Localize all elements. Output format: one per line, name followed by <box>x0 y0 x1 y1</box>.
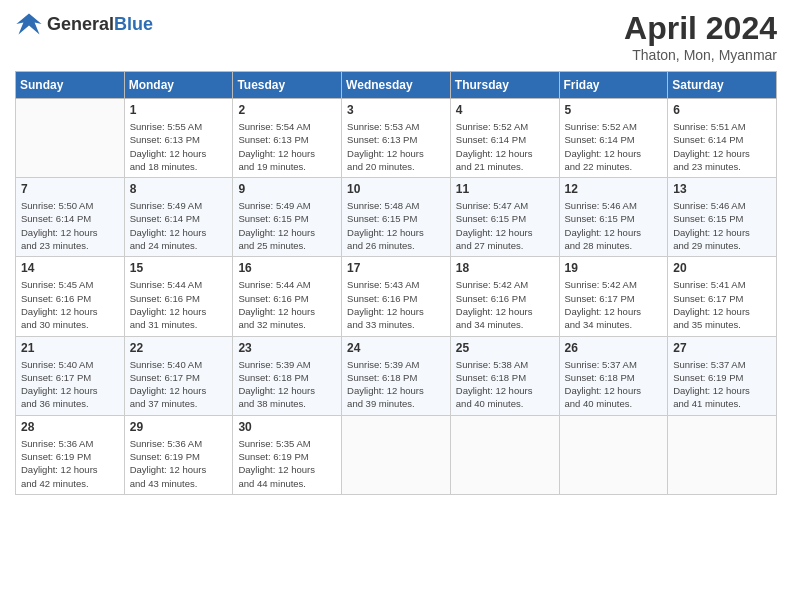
day-info: Sunrise: 5:42 AM Sunset: 6:16 PM Dayligh… <box>456 278 554 331</box>
week-row-4: 21Sunrise: 5:40 AM Sunset: 6:17 PM Dayli… <box>16 336 777 415</box>
calendar-cell <box>668 415 777 494</box>
calendar-cell: 18Sunrise: 5:42 AM Sunset: 6:16 PM Dayli… <box>450 257 559 336</box>
calendar-cell: 7Sunrise: 5:50 AM Sunset: 6:14 PM Daylig… <box>16 178 125 257</box>
day-info: Sunrise: 5:53 AM Sunset: 6:13 PM Dayligh… <box>347 120 445 173</box>
calendar-cell: 19Sunrise: 5:42 AM Sunset: 6:17 PM Dayli… <box>559 257 668 336</box>
day-number: 11 <box>456 182 554 196</box>
location-title: Thaton, Mon, Myanmar <box>624 47 777 63</box>
day-info: Sunrise: 5:52 AM Sunset: 6:14 PM Dayligh… <box>565 120 663 173</box>
calendar-cell: 24Sunrise: 5:39 AM Sunset: 6:18 PM Dayli… <box>342 336 451 415</box>
day-info: Sunrise: 5:55 AM Sunset: 6:13 PM Dayligh… <box>130 120 228 173</box>
day-header-tuesday: Tuesday <box>233 72 342 99</box>
day-info: Sunrise: 5:42 AM Sunset: 6:17 PM Dayligh… <box>565 278 663 331</box>
day-number: 25 <box>456 341 554 355</box>
calendar-cell: 20Sunrise: 5:41 AM Sunset: 6:17 PM Dayli… <box>668 257 777 336</box>
day-info: Sunrise: 5:50 AM Sunset: 6:14 PM Dayligh… <box>21 199 119 252</box>
day-number: 18 <box>456 261 554 275</box>
day-info: Sunrise: 5:46 AM Sunset: 6:15 PM Dayligh… <box>673 199 771 252</box>
day-info: Sunrise: 5:36 AM Sunset: 6:19 PM Dayligh… <box>21 437 119 490</box>
calendar-cell: 16Sunrise: 5:44 AM Sunset: 6:16 PM Dayli… <box>233 257 342 336</box>
calendar-cell: 1Sunrise: 5:55 AM Sunset: 6:13 PM Daylig… <box>124 99 233 178</box>
logo-blue: Blue <box>114 14 153 34</box>
calendar-cell <box>559 415 668 494</box>
day-info: Sunrise: 5:43 AM Sunset: 6:16 PM Dayligh… <box>347 278 445 331</box>
day-number: 24 <box>347 341 445 355</box>
calendar-table: SundayMondayTuesdayWednesdayThursdayFrid… <box>15 71 777 495</box>
day-info: Sunrise: 5:46 AM Sunset: 6:15 PM Dayligh… <box>565 199 663 252</box>
day-info: Sunrise: 5:52 AM Sunset: 6:14 PM Dayligh… <box>456 120 554 173</box>
day-info: Sunrise: 5:48 AM Sunset: 6:15 PM Dayligh… <box>347 199 445 252</box>
calendar-cell: 30Sunrise: 5:35 AM Sunset: 6:19 PM Dayli… <box>233 415 342 494</box>
day-number: 23 <box>238 341 336 355</box>
day-info: Sunrise: 5:44 AM Sunset: 6:16 PM Dayligh… <box>130 278 228 331</box>
day-info: Sunrise: 5:49 AM Sunset: 6:14 PM Dayligh… <box>130 199 228 252</box>
day-number: 7 <box>21 182 119 196</box>
day-number: 19 <box>565 261 663 275</box>
day-number: 28 <box>21 420 119 434</box>
day-info: Sunrise: 5:54 AM Sunset: 6:13 PM Dayligh… <box>238 120 336 173</box>
logo-general: General <box>47 14 114 34</box>
calendar-cell: 23Sunrise: 5:39 AM Sunset: 6:18 PM Dayli… <box>233 336 342 415</box>
week-row-2: 7Sunrise: 5:50 AM Sunset: 6:14 PM Daylig… <box>16 178 777 257</box>
day-header-wednesday: Wednesday <box>342 72 451 99</box>
calendar-cell: 17Sunrise: 5:43 AM Sunset: 6:16 PM Dayli… <box>342 257 451 336</box>
day-info: Sunrise: 5:45 AM Sunset: 6:16 PM Dayligh… <box>21 278 119 331</box>
day-number: 22 <box>130 341 228 355</box>
day-number: 8 <box>130 182 228 196</box>
day-info: Sunrise: 5:44 AM Sunset: 6:16 PM Dayligh… <box>238 278 336 331</box>
day-info: Sunrise: 5:39 AM Sunset: 6:18 PM Dayligh… <box>347 358 445 411</box>
day-number: 3 <box>347 103 445 117</box>
calendar-cell: 10Sunrise: 5:48 AM Sunset: 6:15 PM Dayli… <box>342 178 451 257</box>
day-number: 20 <box>673 261 771 275</box>
day-number: 12 <box>565 182 663 196</box>
calendar-cell: 14Sunrise: 5:45 AM Sunset: 6:16 PM Dayli… <box>16 257 125 336</box>
calendar-cell: 22Sunrise: 5:40 AM Sunset: 6:17 PM Dayli… <box>124 336 233 415</box>
day-info: Sunrise: 5:38 AM Sunset: 6:18 PM Dayligh… <box>456 358 554 411</box>
day-header-sunday: Sunday <box>16 72 125 99</box>
day-info: Sunrise: 5:39 AM Sunset: 6:18 PM Dayligh… <box>238 358 336 411</box>
week-row-3: 14Sunrise: 5:45 AM Sunset: 6:16 PM Dayli… <box>16 257 777 336</box>
day-info: Sunrise: 5:37 AM Sunset: 6:19 PM Dayligh… <box>673 358 771 411</box>
day-info: Sunrise: 5:37 AM Sunset: 6:18 PM Dayligh… <box>565 358 663 411</box>
calendar-cell <box>342 415 451 494</box>
calendar-cell: 8Sunrise: 5:49 AM Sunset: 6:14 PM Daylig… <box>124 178 233 257</box>
day-number: 15 <box>130 261 228 275</box>
day-number: 9 <box>238 182 336 196</box>
week-row-1: 1Sunrise: 5:55 AM Sunset: 6:13 PM Daylig… <box>16 99 777 178</box>
calendar-cell: 13Sunrise: 5:46 AM Sunset: 6:15 PM Dayli… <box>668 178 777 257</box>
day-number: 30 <box>238 420 336 434</box>
day-number: 26 <box>565 341 663 355</box>
day-number: 29 <box>130 420 228 434</box>
day-number: 10 <box>347 182 445 196</box>
logo: GeneralBlue <box>15 10 153 38</box>
month-title: April 2024 <box>624 10 777 47</box>
day-info: Sunrise: 5:47 AM Sunset: 6:15 PM Dayligh… <box>456 199 554 252</box>
day-info: Sunrise: 5:49 AM Sunset: 6:15 PM Dayligh… <box>238 199 336 252</box>
svg-marker-0 <box>16 14 41 35</box>
week-row-5: 28Sunrise: 5:36 AM Sunset: 6:19 PM Dayli… <box>16 415 777 494</box>
calendar-cell: 15Sunrise: 5:44 AM Sunset: 6:16 PM Dayli… <box>124 257 233 336</box>
calendar-cell <box>450 415 559 494</box>
day-number: 21 <box>21 341 119 355</box>
calendar-cell: 3Sunrise: 5:53 AM Sunset: 6:13 PM Daylig… <box>342 99 451 178</box>
calendar-cell: 6Sunrise: 5:51 AM Sunset: 6:14 PM Daylig… <box>668 99 777 178</box>
day-info: Sunrise: 5:51 AM Sunset: 6:14 PM Dayligh… <box>673 120 771 173</box>
calendar-cell: 28Sunrise: 5:36 AM Sunset: 6:19 PM Dayli… <box>16 415 125 494</box>
day-info: Sunrise: 5:40 AM Sunset: 6:17 PM Dayligh… <box>130 358 228 411</box>
calendar-cell: 27Sunrise: 5:37 AM Sunset: 6:19 PM Dayli… <box>668 336 777 415</box>
calendar-cell: 29Sunrise: 5:36 AM Sunset: 6:19 PM Dayli… <box>124 415 233 494</box>
calendar-cell: 26Sunrise: 5:37 AM Sunset: 6:18 PM Dayli… <box>559 336 668 415</box>
day-number: 16 <box>238 261 336 275</box>
day-info: Sunrise: 5:35 AM Sunset: 6:19 PM Dayligh… <box>238 437 336 490</box>
calendar-cell: 9Sunrise: 5:49 AM Sunset: 6:15 PM Daylig… <box>233 178 342 257</box>
day-header-saturday: Saturday <box>668 72 777 99</box>
day-info: Sunrise: 5:36 AM Sunset: 6:19 PM Dayligh… <box>130 437 228 490</box>
calendar-cell: 5Sunrise: 5:52 AM Sunset: 6:14 PM Daylig… <box>559 99 668 178</box>
header: GeneralBlue April 2024 Thaton, Mon, Myan… <box>15 10 777 63</box>
day-number: 14 <box>21 261 119 275</box>
calendar-cell: 25Sunrise: 5:38 AM Sunset: 6:18 PM Dayli… <box>450 336 559 415</box>
title-area: April 2024 Thaton, Mon, Myanmar <box>624 10 777 63</box>
day-number: 5 <box>565 103 663 117</box>
day-info: Sunrise: 5:40 AM Sunset: 6:17 PM Dayligh… <box>21 358 119 411</box>
day-number: 6 <box>673 103 771 117</box>
